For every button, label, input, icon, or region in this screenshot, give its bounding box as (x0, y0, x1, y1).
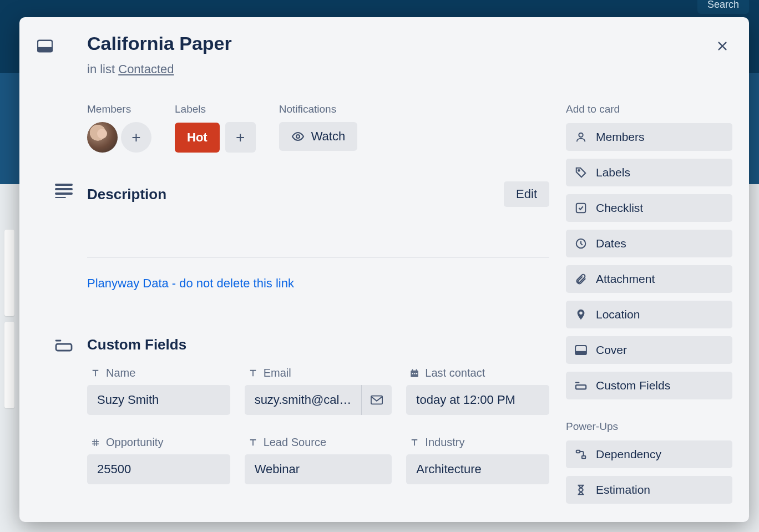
description-heading: Description (87, 186, 166, 203)
svg-rect-5 (55, 184, 73, 186)
edit-description-button[interactable]: Edit (504, 181, 549, 207)
sidebar-custom-fields-button[interactable]: Custom Fields (566, 372, 732, 399)
cf-value-last-contact[interactable]: today at 12:00 PM (406, 385, 549, 415)
svg-rect-24 (576, 385, 586, 389)
cover-icon (575, 345, 587, 355)
tag-icon (575, 166, 587, 179)
custom-fields-heading: Custom Fields (87, 336, 549, 353)
sidebar-estimation-button[interactable]: Estimation (566, 476, 732, 504)
svg-rect-20 (576, 204, 586, 213)
description-section: Description Edit Planyway Data - do not … (87, 181, 549, 320)
cf-label-text: Name (106, 367, 135, 379)
svg-rect-7 (55, 192, 73, 195)
mail-icon (371, 395, 383, 405)
cf-value-lead-source[interactable]: Webinar (245, 454, 392, 484)
svg-point-19 (578, 170, 580, 171)
cf-label-text: Email (264, 367, 291, 379)
text-type-icon (248, 368, 258, 378)
svg-rect-17 (416, 373, 417, 374)
sidebar-item-label: Location (596, 308, 640, 321)
power-ups-heading: Power-Ups (566, 420, 732, 433)
cf-value-email[interactable]: suzy.smith@cal… (245, 385, 362, 415)
in-list-prefix: in list (87, 62, 118, 76)
labels-heading: Labels (175, 103, 256, 115)
sidebar-item-label: Dependency (596, 448, 661, 461)
card-meta-row: Members + Labels Hot + (87, 103, 549, 153)
card-modal: California Paper in list Contacted Membe… (19, 17, 749, 522)
sidebar-item-label: Cover (596, 343, 627, 357)
eye-icon (291, 130, 305, 143)
custom-field-industry: Industry Architecture (406, 436, 549, 484)
custom-field-lead-source: Lead Source Webinar (245, 436, 392, 484)
svg-rect-3 (38, 47, 52, 52)
custom-fields-icon (55, 338, 74, 354)
sidebar-item-label: Members (596, 130, 645, 144)
hourglass-icon (575, 484, 587, 496)
members-heading: Members (87, 103, 151, 115)
cf-label-text: Lead Source (264, 436, 326, 449)
add-label-button[interactable]: + (225, 122, 256, 153)
sidebar-cover-button[interactable]: Cover (566, 336, 732, 364)
custom-field-last-contact: Last contact today at 12:00 PM (406, 367, 549, 415)
svg-rect-15 (412, 373, 413, 374)
cf-value-name[interactable]: Suzy Smith (87, 385, 230, 415)
notifications-block: Notifications Watch (279, 103, 358, 153)
card-header: California Paper in list Contacted (19, 17, 749, 81)
sidebar-dependency-button[interactable]: Dependency (566, 440, 732, 468)
cf-label-text: Opportunity (106, 436, 163, 449)
list-link[interactable]: Contacted (118, 62, 174, 76)
global-search[interactable]: Search (697, 0, 749, 14)
svg-rect-23 (575, 351, 586, 354)
search-label: Search (707, 0, 739, 10)
text-type-icon (409, 438, 419, 448)
paperclip-icon (575, 273, 587, 285)
cf-label-text: Last contact (425, 367, 485, 379)
card-main-column: Members + Labels Hot + (36, 103, 566, 522)
checklist-icon (575, 202, 587, 214)
custom-fields-section: Custom Fields Name Suzy Smith (87, 336, 549, 484)
location-pin-icon (575, 308, 587, 321)
add-member-button[interactable]: + (121, 122, 151, 153)
plus-icon: + (236, 129, 245, 146)
card-icon (37, 39, 53, 52)
background-list (4, 197, 14, 364)
add-to-card-heading: Add to card (566, 103, 732, 115)
custom-field-opportunity: Opportunity 25500 (87, 436, 230, 484)
sidebar-dates-button[interactable]: Dates (566, 230, 732, 257)
watch-label: Watch (311, 129, 346, 144)
svg-rect-10 (371, 396, 382, 404)
sidebar-checklist-button[interactable]: Checklist (566, 194, 732, 222)
planyway-data-link[interactable]: Planyway Data - do not delete this link (87, 276, 294, 291)
custom-field-email: Email suzy.smith@cal… (245, 367, 392, 415)
sidebar-item-label: Dates (596, 237, 626, 250)
card-sidebar: Add to card Members Labels Checklist Dat… (566, 103, 732, 522)
plus-icon: + (131, 129, 140, 146)
sidebar-location-button[interactable]: Location (566, 301, 732, 328)
svg-rect-16 (414, 373, 416, 374)
cf-value-industry[interactable]: Architecture (406, 454, 549, 484)
card-title[interactable]: California Paper (87, 33, 711, 54)
cf-value-opportunity[interactable]: 25500 (87, 454, 230, 484)
card-list-location: in list Contacted (87, 62, 711, 77)
power-ups-list: Dependency Estimation (566, 440, 732, 504)
watch-button[interactable]: Watch (279, 122, 358, 151)
sidebar-item-label: Estimation (596, 483, 650, 496)
text-type-icon (90, 368, 100, 378)
send-email-button[interactable] (362, 385, 392, 415)
svg-point-18 (579, 133, 583, 137)
sidebar-members-button[interactable]: Members (566, 123, 732, 151)
cf-label-text: Industry (425, 436, 464, 449)
number-type-icon (90, 438, 100, 448)
svg-rect-25 (576, 450, 580, 453)
dependency-icon (575, 448, 587, 460)
svg-point-4 (296, 135, 300, 138)
sidebar-attachment-button[interactable]: Attachment (566, 265, 732, 293)
svg-rect-13 (412, 369, 413, 371)
notifications-heading: Notifications (279, 103, 358, 115)
label-chip[interactable]: Hot (175, 123, 220, 153)
member-avatar[interactable] (87, 122, 118, 153)
sidebar-item-label: Labels (596, 166, 630, 179)
sidebar-labels-button[interactable]: Labels (566, 159, 732, 186)
calendar-icon (409, 368, 419, 378)
svg-rect-26 (582, 456, 585, 459)
